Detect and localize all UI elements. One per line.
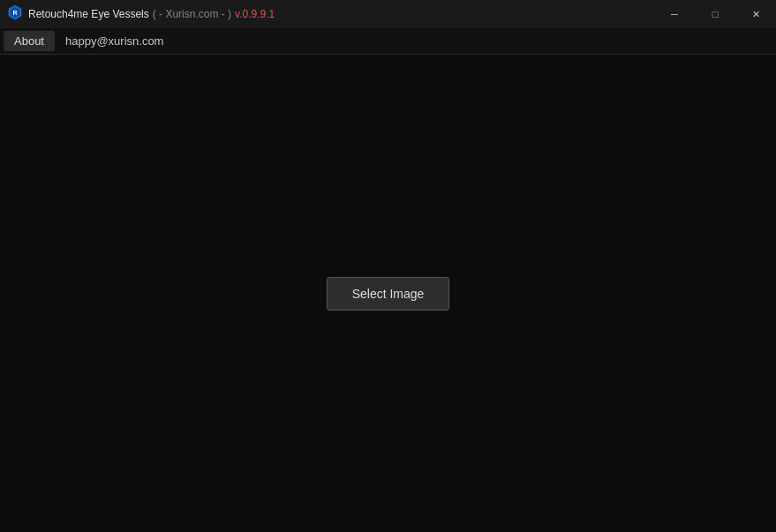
- select-image-button[interactable]: Select Image: [327, 277, 450, 311]
- close-button[interactable]: ✕: [735, 0, 776, 28]
- app-subtitle: ( - Xurisn.com - ): [153, 8, 231, 20]
- app-icon: R: [7, 4, 23, 24]
- menu-bar: About happy@xurisn.com: [0, 28, 776, 55]
- title-bar: R Retouch4me Eye Vessels ( - Xurisn.com …: [0, 0, 776, 28]
- title-bar-left: R Retouch4me Eye Vessels ( - Xurisn.com …: [7, 4, 275, 24]
- title-bar-text: Retouch4me Eye Vessels ( - Xurisn.com - …: [28, 8, 275, 20]
- maximize-button[interactable]: □: [695, 0, 735, 28]
- main-content: Select Image: [0, 55, 776, 532]
- user-email: happy@xurisn.com: [58, 31, 170, 51]
- about-menu-item[interactable]: About: [4, 31, 55, 51]
- app-name: Retouch4me Eye Vessels: [28, 8, 149, 20]
- window-controls: ─ □ ✕: [654, 0, 776, 28]
- minimize-button[interactable]: ─: [654, 0, 695, 28]
- app-version: v.0.9.9.1: [235, 8, 275, 20]
- svg-text:R: R: [12, 10, 17, 16]
